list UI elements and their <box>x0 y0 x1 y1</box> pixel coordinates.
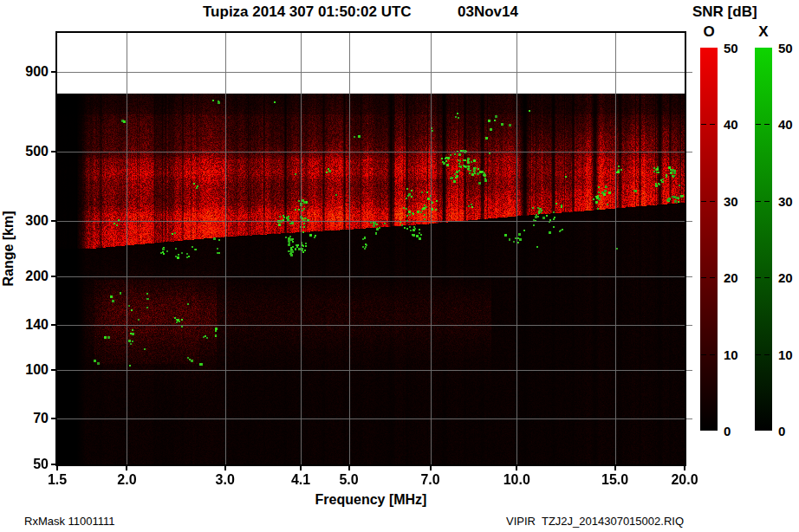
y-axis-right-tick <box>686 276 692 277</box>
x-axis-tick <box>348 466 350 470</box>
colorbar-tick-dash <box>710 277 715 278</box>
echogram-canvas <box>57 33 685 464</box>
y-tick-label: 200 <box>5 269 49 284</box>
y-axis-tick <box>51 220 55 222</box>
x-axis-tick <box>300 466 302 470</box>
o-mode-label: O <box>698 23 719 41</box>
y-axis-right-tick <box>686 152 692 152</box>
y-tick-label: 100 <box>5 362 49 378</box>
x-tick-label: 5.0 <box>325 472 374 488</box>
x-axis-tick <box>684 466 685 470</box>
rxmask-footer: RxMask 11001111 <box>24 515 115 528</box>
o-mode-colorbar <box>700 48 718 431</box>
y-tick-label: 50 <box>5 457 49 472</box>
colorbar-tick-dash <box>756 201 761 202</box>
y-axis-tick <box>51 276 55 277</box>
y-tick-label: 300 <box>5 213 49 229</box>
o-colorbar-tick-label: 30 <box>724 194 750 209</box>
o-colorbar-tick-label: 40 <box>724 117 750 132</box>
x-tick-label: 3.0 <box>201 472 250 488</box>
x-mode-label: X <box>753 23 774 41</box>
x-tick-label: 20.0 <box>660 472 709 488</box>
x-axis-tick <box>126 466 127 470</box>
ionogram-app: Tupiza 2014 307 01:50:02 UTC 03Nov14 SNR… <box>0 0 799 532</box>
x-colorbar-tick-label: 10 <box>778 347 799 362</box>
colorbar-tick-dash <box>756 277 761 278</box>
colorbar-tick-dash <box>764 354 770 355</box>
y-axis-right-tick <box>686 325 692 326</box>
colorbar-tick-dash <box>710 124 715 125</box>
colorbar-tick-dash <box>701 124 706 125</box>
y-axis-tick <box>51 464 55 465</box>
x-tick-label: 15.0 <box>591 472 640 488</box>
filename-footer: VIPIR TZJ2J_2014307015002.RIQ <box>506 515 684 528</box>
x-tick-label: 10.0 <box>492 472 541 488</box>
o-colorbar-tick-label: 10 <box>724 347 750 362</box>
x-tick-label: 4.1 <box>276 472 325 488</box>
x-colorbar-tick-label: 30 <box>778 194 799 209</box>
x-axis-tick <box>614 466 616 470</box>
y-axis-tick <box>51 324 55 326</box>
colorbar-tick-dash <box>701 354 706 355</box>
plot-date: 03Nov14 <box>458 3 518 21</box>
plot-frame <box>55 31 686 466</box>
o-colorbar-tick-label: 0 <box>724 424 750 438</box>
y-tick-label: 500 <box>5 144 49 159</box>
y-axis-right-tick <box>686 221 692 222</box>
colorbar-tick-dash <box>701 277 706 278</box>
colorbar-tick-dash <box>710 354 715 355</box>
y-axis-tick <box>51 418 55 419</box>
x-colorbar-tick-label: 0 <box>778 424 799 438</box>
colorbar-title: SNR [dB] <box>692 3 757 21</box>
x-tick-label: 1.5 <box>33 472 81 488</box>
y-axis-title: Range [km] <box>1 197 16 301</box>
x-colorbar-tick-label: 20 <box>778 270 799 285</box>
y-tick-label: 70 <box>5 411 49 426</box>
colorbar-tick-dash <box>756 354 761 355</box>
y-axis-right-tick <box>686 72 692 73</box>
x-axis-tick <box>516 466 517 470</box>
y-axis-right-tick <box>686 370 692 371</box>
colorbar-tick-dash <box>764 277 770 278</box>
plot-title: Tupiza 2014 307 01:50:02 UTC <box>203 3 412 21</box>
x-tick-label: 2.0 <box>102 472 151 488</box>
y-axis-tick <box>51 369 55 371</box>
x-colorbar-tick-label: 40 <box>778 117 799 132</box>
y-axis-right-tick <box>686 418 692 419</box>
x-axis-tick <box>56 466 58 470</box>
colorbar-tick-dash <box>764 124 770 125</box>
colorbar-tick-dash <box>764 201 770 202</box>
y-tick-label: 140 <box>5 317 49 333</box>
y-axis-tick <box>51 71 55 73</box>
x-axis-tick <box>224 466 226 470</box>
x-tick-label: 7.0 <box>406 472 455 488</box>
x-colorbar-tick-label: 50 <box>778 41 799 55</box>
colorbar-tick-dash <box>756 124 761 125</box>
y-axis-tick <box>51 151 55 152</box>
y-tick-label: 900 <box>5 64 49 80</box>
x-axis-title: Frequency [MHz] <box>284 492 458 508</box>
o-colorbar-tick-label: 20 <box>724 270 750 285</box>
colorbar-tick-dash <box>710 201 715 202</box>
x-axis-tick <box>430 466 432 470</box>
x-mode-colorbar <box>755 48 772 431</box>
o-colorbar-tick-label: 50 <box>724 41 750 55</box>
colorbar-tick-dash <box>701 201 706 202</box>
